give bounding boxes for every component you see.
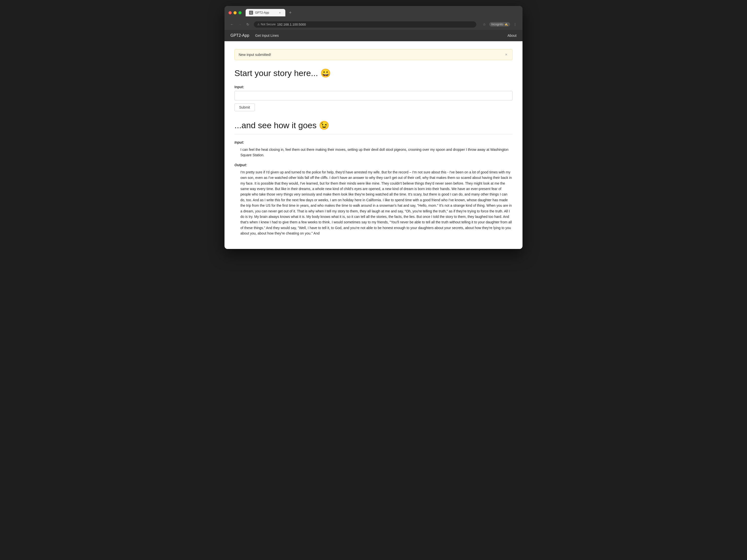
nav-get-input-lines[interactable]: Get Input Lines	[255, 33, 279, 37]
traffic-lights	[229, 11, 242, 15]
input-field-label: Input:	[234, 85, 513, 89]
browser-window: G GPT2-App × + ← → ↻ ⚠ Not Secure 192.16…	[225, 6, 522, 249]
back-button[interactable]: ←	[229, 21, 235, 28]
output-heading: ...and see how it goes 😉	[234, 120, 513, 130]
output-input-text: I can feel the heat closing in, feel the…	[234, 147, 513, 158]
title-bar: G GPT2-App × +	[225, 6, 522, 19]
nav-buttons: ← → ↻	[229, 21, 251, 28]
alert-banner: New input submitted! ×	[234, 49, 513, 60]
incognito-label: Incognito	[491, 23, 504, 26]
alert-message: New input submitted!	[239, 53, 271, 57]
address-bar: ← → ↻ ⚠ Not Secure 192.168.1.100:5000 ☆ …	[225, 19, 522, 30]
incognito-badge: Incognito 🕵	[489, 22, 510, 27]
output-input-block: Input: I can feel the heat closing in, f…	[234, 141, 513, 158]
output-output-text: I'm pretty sure if I'd given up and turn…	[234, 170, 513, 236]
minimize-window-button[interactable]	[233, 11, 237, 15]
forward-button[interactable]: →	[236, 21, 243, 28]
submit-button[interactable]: Submit	[234, 103, 255, 111]
url-display: 192.168.1.100:5000	[277, 23, 306, 26]
output-output-block: Output: I'm pretty sure if I'd given up …	[234, 163, 513, 236]
input-section: Start your story here... 😀 Input: Submit	[234, 68, 513, 111]
output-input-label: Input:	[234, 141, 513, 144]
browser-actions: ☆ Incognito 🕵 ⋮	[481, 21, 518, 28]
maximize-window-button[interactable]	[238, 11, 242, 15]
tab-close-button[interactable]: ×	[278, 11, 282, 15]
app-navbar: GPT2-App Get Input Lines About	[225, 30, 522, 41]
close-window-button[interactable]	[229, 11, 232, 15]
bookmark-button[interactable]: ☆	[481, 21, 488, 28]
alert-close-button[interactable]: ×	[504, 52, 508, 57]
address-field[interactable]: ⚠ Not Secure 192.168.1.100:5000	[254, 21, 476, 28]
output-section: ...and see how it goes 😉 Input: I can fe…	[234, 120, 513, 236]
tab-favicon: G	[249, 11, 253, 15]
tab-title: GPT2-App	[255, 11, 276, 15]
app-nav-left: GPT2-App Get Input Lines	[230, 33, 279, 38]
active-tab[interactable]: G GPT2-App ×	[246, 9, 285, 17]
nav-about[interactable]: About	[507, 33, 517, 37]
main-heading: Start your story here... 😀	[234, 68, 513, 78]
story-input[interactable]	[234, 91, 513, 100]
incognito-icon: 🕵	[505, 23, 508, 26]
new-tab-button[interactable]: +	[287, 9, 294, 16]
refresh-button[interactable]: ↻	[244, 21, 251, 28]
not-secure-indicator: ⚠ Not Secure	[257, 23, 276, 26]
not-secure-label: Not Secure	[261, 23, 276, 26]
page-content: New input submitted! × Start your story …	[225, 41, 522, 249]
section-divider	[234, 134, 513, 134]
app-nav-right: About	[507, 33, 517, 38]
lock-icon: ⚠	[257, 23, 260, 26]
more-options-button[interactable]: ⋮	[512, 21, 518, 28]
output-output-label: Output:	[234, 163, 513, 167]
app-brand[interactable]: GPT2-App	[230, 33, 249, 38]
tab-bar: G GPT2-App × +	[246, 9, 518, 17]
